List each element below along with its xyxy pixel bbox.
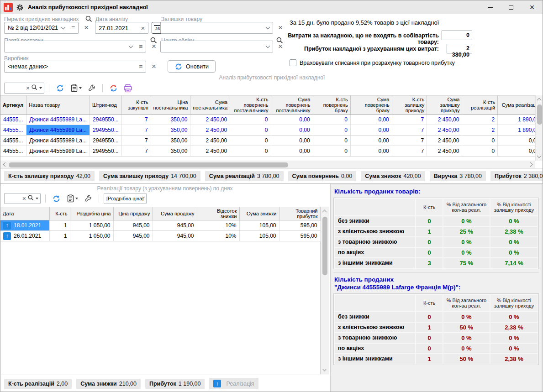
cell[interactable]: 945,00 — [113, 231, 153, 241]
cell[interactable]: 2 450,00 — [427, 146, 462, 157]
cell[interactable]: 2949550... — [90, 146, 121, 157]
clear-manufacturer-icon[interactable]: × — [149, 62, 158, 72]
main-horizontal-scrollbar[interactable] — [0, 161, 535, 168]
clear-stock-icon[interactable]: × — [276, 23, 285, 33]
cell[interactable]: 1 050,00 — [70, 231, 113, 241]
date-field[interactable]: 27.01.2021 × — [95, 22, 148, 34]
profit-input[interactable]: 2 380,00 — [447, 44, 472, 53]
column-header[interactable]: К-сть реалізацій — [462, 96, 498, 115]
column-header[interactable]: Сума продажу — [153, 207, 197, 220]
column-header[interactable]: К-сть повернень постачальнику — [230, 96, 271, 115]
table-row[interactable]: 44555...Джинси 44555989 La...2949550...7… — [0, 136, 543, 146]
column-header[interactable]: Штрих-код — [90, 96, 121, 115]
cell[interactable]: 2949550... — [90, 115, 121, 125]
cell[interactable]: 105,00 — [239, 231, 279, 241]
cell[interactable]: Джинси 44555989 La... — [26, 136, 90, 146]
chevron-down-icon[interactable] — [126, 41, 136, 52]
invoices-combo[interactable]: № 2 від 12/01/2021 ≡ — [4, 22, 79, 34]
refresh-icon[interactable] — [54, 83, 66, 94]
cell[interactable]: 0,00 — [350, 136, 392, 146]
cell[interactable]: 350,00 — [151, 146, 190, 157]
cell[interactable]: 1 — [49, 231, 70, 241]
cell[interactable]: ↑18.01.2021 — [0, 220, 49, 231]
cell[interactable]: 2 450,00 — [190, 146, 230, 157]
wrench-icon[interactable] — [82, 193, 94, 204]
cell[interactable]: 595,00 — [279, 231, 320, 241]
column-header[interactable]: Ціна продажу — [113, 207, 153, 220]
refresh-button[interactable]: Оновити — [168, 60, 216, 73]
clipboard-icon[interactable] — [69, 83, 83, 94]
cell[interactable]: 2 450,00 — [427, 115, 462, 125]
search-input[interactable]: × — [4, 193, 41, 204]
table-row[interactable]: 44555...Джинси 44555989 La...2949550...7… — [0, 115, 543, 125]
cell[interactable]: 7 — [392, 146, 427, 157]
column-header[interactable]: Сума знижки — [239, 207, 279, 220]
minimize-button[interactable] — [480, 0, 501, 14]
column-header[interactable]: Ціна постачальника — [151, 96, 190, 115]
wrench-icon[interactable] — [86, 83, 98, 94]
cell[interactable]: 44555... — [0, 146, 26, 157]
search-options-caret-icon[interactable] — [39, 87, 42, 89]
cell[interactable]: 2 450,00 — [427, 136, 462, 146]
column-header[interactable]: Роздрібна ціна — [70, 207, 113, 220]
cell[interactable]: 945,00 — [153, 231, 197, 241]
daily-vertical-scrollbar[interactable] — [321, 207, 329, 374]
cell[interactable]: 10% — [197, 220, 239, 231]
batches-combo[interactable]: ≡ — [4, 41, 146, 52]
cell[interactable]: 350,00 — [151, 115, 190, 125]
stock-combo[interactable] — [160, 22, 273, 34]
cell[interactable]: ↑26.01.2021 — [0, 231, 49, 241]
center-combo[interactable] — [160, 41, 273, 52]
cell[interactable]: 0,00 — [271, 115, 313, 125]
maximize-button[interactable] — [501, 0, 522, 14]
list-icon[interactable]: ≡ — [136, 41, 146, 52]
column-header[interactable]: Дата — [0, 207, 49, 220]
clear-search-icon[interactable]: × — [22, 195, 26, 202]
chevron-down-icon[interactable] — [58, 22, 68, 33]
cell[interactable]: 0,00 — [271, 125, 313, 136]
cell[interactable]: 945,00 — [153, 220, 197, 231]
search-input[interactable]: × — [4, 83, 44, 94]
clear-search-icon[interactable]: × — [26, 85, 30, 91]
table-row[interactable]: 44555...Джинси 44555989 La...2949550...7… — [0, 125, 543, 136]
clipboard-caret-icon[interactable] — [79, 87, 82, 89]
manufacturer-combo[interactable]: <немає даних> ≡ — [4, 61, 146, 73]
column-header[interactable]: Сума повернень постачальнику — [271, 96, 313, 115]
column-header[interactable]: К-сть — [49, 207, 70, 220]
clear-invoices-icon[interactable]: × — [82, 23, 91, 33]
cell[interactable]: 0,00 — [350, 115, 392, 125]
close-button[interactable]: × — [522, 0, 543, 14]
cell[interactable]: 0 — [230, 146, 271, 157]
cell[interactable]: 2 — [462, 125, 498, 136]
column-header[interactable]: Сума залишку приходу — [427, 96, 462, 115]
cell[interactable]: 0,00 — [271, 146, 313, 157]
table-row[interactable]: 44555...Джинси 44555989 La...2949550...7… — [0, 146, 543, 157]
cell[interactable]: Джинси 44555989 La... — [26, 125, 90, 136]
column-header[interactable]: Відсоток знижки — [197, 207, 239, 220]
column-header[interactable]: Назва товару — [26, 96, 90, 115]
clear-date-icon[interactable]: × — [138, 22, 148, 33]
cell[interactable]: 0 — [313, 125, 350, 136]
cell[interactable]: 7 — [121, 136, 151, 146]
cell[interactable]: 2 — [462, 115, 498, 125]
search-options-caret-icon[interactable] — [36, 198, 38, 199]
clipboard-icon[interactable] — [65, 193, 79, 204]
column-header[interactable]: Сума повернень браку — [350, 96, 392, 115]
cell[interactable]: Джинси 44555989 La... — [26, 146, 90, 157]
cell[interactable]: 0,00 — [350, 146, 392, 157]
cell[interactable]: 0 — [462, 146, 498, 157]
column-header[interactable]: Сума постачальника — [190, 96, 230, 115]
cell[interactable]: 105,00 — [239, 220, 279, 231]
cell[interactable]: 44555... — [0, 115, 26, 125]
column-header[interactable]: К-сть повернень браку — [313, 96, 350, 115]
cell[interactable]: Джинси 44555989 La... — [26, 115, 90, 125]
column-header[interactable]: К-сть закупівлі — [121, 96, 151, 115]
clipboard-caret-icon[interactable] — [75, 198, 78, 199]
chevron-down-icon[interactable] — [263, 41, 273, 52]
cell[interactable]: 2 450,00 — [190, 115, 230, 125]
cell[interactable]: 7 — [121, 115, 151, 125]
cell[interactable]: 0,00 — [271, 136, 313, 146]
writeoff-checkbox[interactable] — [290, 59, 296, 66]
clear-batches-icon[interactable]: × — [149, 42, 158, 52]
cell[interactable]: 0 — [230, 115, 271, 125]
